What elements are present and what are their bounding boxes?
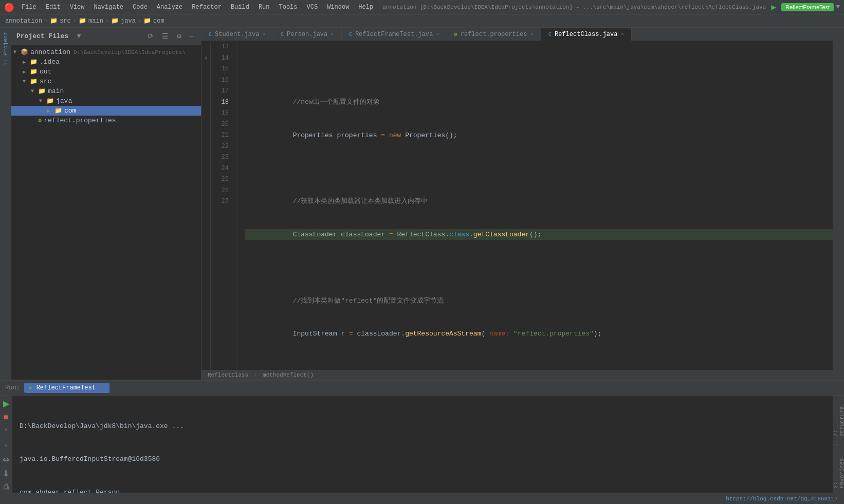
tree-item-label-out: out — [40, 68, 51, 76]
tab-reflectframetest-java[interactable]: C ReflectFrameTest.java × — [342, 28, 447, 41]
run-scroll-up-btn[interactable]: ↑ — [2, 425, 10, 436]
run-output-line-1: D:\BackDevelop\Java\jdk8\bin\java.exe ..… — [20, 421, 825, 432]
tree-item-path-annotation: D:\BackDevelop\IDEA\IdeaProjects\ — [74, 49, 186, 55]
tab-person-java[interactable]: C Person.java × — [273, 28, 342, 41]
dropdown-icon[interactable]: ▼ — [836, 3, 840, 11]
tab-reflect-properties[interactable]: ⚙ reflect.properties × — [447, 28, 541, 41]
tree-item-com[interactable]: ▶ 📁 com — [11, 106, 201, 116]
breadcrumb-sep3: › — [105, 17, 109, 25]
structure-side-tab[interactable]: 7: Structure — [831, 398, 845, 439]
menu-file[interactable]: File — [17, 2, 41, 12]
tree-item-src[interactable]: ▼ 📁 src — [11, 77, 201, 86]
breadcrumb-annotation[interactable]: annotation — [5, 17, 42, 25]
menu-code[interactable]: Code — [129, 2, 152, 12]
menu-view[interactable]: View — [66, 2, 89, 12]
panel-sync-btn[interactable]: ⟳ — [145, 31, 156, 42]
breadcrumb-java[interactable]: java — [121, 17, 136, 25]
tree-item-out[interactable]: ▶ 📁 out — [11, 67, 201, 77]
breadcrumb-bar: annotation › 📁 src › 📁 main › 📁 java › 📁… — [0, 14, 844, 28]
breadcrumb-sep2: › — [73, 17, 77, 25]
run-config-button[interactable]: ReflectFrameTest — [781, 3, 834, 11]
code-content[interactable]: //new出一个配置文件的对象 Properties properties = … — [236, 42, 833, 370]
run-tab-label: ReflectFrameTest — [36, 384, 96, 391]
tab-close-rc[interactable]: × — [620, 31, 624, 38]
folder-icon-main: 📁 — [79, 17, 86, 25]
run-tab-close[interactable]: × — [101, 385, 104, 391]
editor-breadcrumb-method[interactable]: methodReflect() — [263, 372, 314, 378]
gutter-cell-27 — [201, 196, 210, 208]
editor-breadcrumb-reflectclass[interactable]: ReflectClass — [208, 372, 248, 378]
panel-minimize-btn[interactable]: − — [188, 31, 196, 42]
gutter-cell-21 — [201, 130, 210, 141]
menu-tools[interactable]: Tools — [275, 2, 302, 12]
editor-area: C Student.java × C Person.java × C Refle… — [201, 28, 833, 380]
line-num-13: 13 — [211, 42, 232, 53]
line-num-18: 18 — [211, 97, 232, 108]
gutter-cell-23 — [201, 152, 210, 163]
panel-layout-btn[interactable]: ☰ — [160, 31, 171, 42]
run-print-btn[interactable]: ⎙ — [2, 481, 11, 493]
line-num-15: 15 — [211, 64, 232, 75]
tab-student-java[interactable]: C Student.java × — [201, 28, 273, 41]
tree-item-main[interactable]: ▼ 📁 main — [11, 86, 201, 96]
gutter-cell-20 — [201, 119, 210, 130]
line-num-24: 24 — [211, 163, 232, 175]
gutter-cell-19 — [201, 108, 210, 119]
run-panel-header: Run: ▶ ReflectFrameTest × — [0, 381, 844, 396]
tab-close-reflect-properties[interactable]: × — [530, 31, 534, 38]
tree-item-java[interactable]: ▼ 📁 java — [11, 96, 201, 106]
gutter: ⬇ — [201, 42, 211, 370]
tree-item-reflect-properties[interactable]: ▶ ⚙ reflect.properties — [11, 116, 201, 125]
tab-label-reflectclass: ReflectClass.java — [555, 31, 617, 38]
line-num-27: 27 — [211, 196, 232, 208]
code-editor[interactable]: ⬇ 13 14 15 16 — [201, 42, 833, 370]
project-side-tab[interactable]: 1: Project — [1, 28, 10, 70]
tree-item-idea[interactable]: ▶ 📁 .idea — [11, 57, 201, 67]
menu-navigate[interactable]: Navigate — [89, 2, 127, 12]
run-wrap-btn[interactable]: ⇔ — [1, 454, 11, 465]
gutter-cell-26 — [201, 185, 210, 197]
menu-analyze[interactable]: Analyze — [153, 2, 187, 12]
tab-close-rft[interactable]: × — [436, 31, 439, 38]
run-stop-btn[interactable]: ■ — [2, 412, 11, 423]
run-output-line-2: java.io.BufferedInputStream@16d3586 — [20, 454, 825, 464]
menu-run[interactable]: Run — [254, 2, 274, 12]
tree-item-label-reflect-properties: reflect.properties — [44, 117, 116, 124]
side-tabs-right — [833, 28, 844, 380]
breadcrumb-src[interactable]: src — [60, 17, 71, 25]
tree-item-label-idea: .idea — [40, 58, 60, 66]
status-bar: https://blog.csdn.net/qq_41868117 — [0, 493, 844, 504]
breadcrumb-main[interactable]: main — [88, 17, 103, 25]
project-panel: Project Files ▼ ⟳ ☰ ⚙ − ▼ 📦 annotation D… — [11, 28, 201, 380]
line-num-14: 14 — [211, 53, 232, 64]
menu-edit[interactable]: Edit — [42, 2, 65, 12]
menu-build[interactable]: Build — [227, 2, 253, 12]
tree-item-annotation[interactable]: ▼ 📦 annotation D:\BackDevelop\IDEA\IdeaP… — [11, 47, 201, 57]
tab-java-icon-rft: C — [349, 32, 352, 38]
breadcrumb-com[interactable]: com — [153, 17, 164, 25]
status-bar-link[interactable]: https://blog.csdn.net/qq_41868117 — [726, 496, 838, 502]
code-line-13 — [245, 64, 833, 75]
run-scroll-down-btn[interactable]: ↓ — [2, 438, 10, 450]
favorites-side-tab[interactable]: 2: Favorites — [831, 450, 845, 491]
tab-label-reflectframetest: ReflectFrameTest.java — [355, 31, 433, 38]
line-num-22: 22 — [211, 141, 232, 153]
run-tab-reflectframetest[interactable]: ▶ ReflectFrameTest × — [24, 383, 109, 393]
tab-java-icon-person: C — [281, 32, 284, 38]
panel-settings-btn[interactable]: ⚙ — [175, 31, 183, 42]
tab-close-person[interactable]: × — [331, 31, 334, 38]
gutter-cell-13 — [201, 42, 210, 53]
run-play-btn[interactable]: ▶ — [1, 398, 11, 409]
tab-reflectclass-java[interactable]: C ReflectClass.java × — [541, 28, 632, 41]
bottom-panel: Run: ▶ ReflectFrameTest × ▶ ■ ↑ ↓ ⇔ ⇓ ⎙ … — [0, 380, 844, 493]
project-title-dropdown[interactable]: ▼ — [77, 32, 81, 40]
run-output-line-3: com.ahdeer.reflect.Person — [20, 487, 825, 493]
menu-bar: 🔴 File Edit View Navigate Code Analyze R… — [0, 0, 844, 14]
menu-window[interactable]: Window — [323, 2, 353, 12]
menu-vcs[interactable]: VCS — [303, 2, 322, 12]
run-scroll-end-btn[interactable]: ⇓ — [1, 468, 11, 479]
menu-refactor[interactable]: Refactor — [188, 2, 226, 12]
code-line-15: Properties properties = new Properties()… — [245, 130, 833, 141]
tab-close-student[interactable]: × — [262, 31, 266, 38]
menu-help[interactable]: Help — [354, 2, 377, 12]
